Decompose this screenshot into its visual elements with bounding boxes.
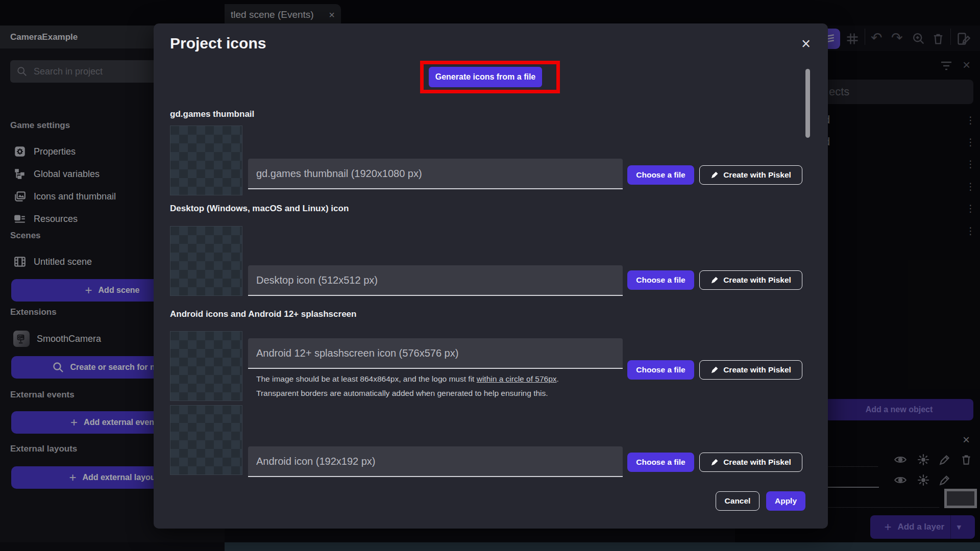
- project-icons-dialog: Project icons × Generate icons from a fi…: [154, 23, 828, 529]
- choose-file-button[interactable]: Choose a file: [627, 453, 694, 472]
- help-text: .: [557, 374, 559, 383]
- help-text-underlined: within a circle of 576px: [477, 374, 557, 383]
- android-splashscreen-field[interactable]: [248, 338, 623, 369]
- create-with-piskel-button[interactable]: Create with Piskel: [699, 270, 802, 290]
- desktop-icon-field[interactable]: [248, 265, 623, 296]
- choose-file-label: Choose a file: [636, 170, 685, 180]
- create-with-piskel-button[interactable]: Create with Piskel: [699, 453, 802, 472]
- generate-icons-label: Generate icons from a file: [435, 72, 536, 82]
- apply-button[interactable]: Apply: [766, 491, 805, 511]
- create-with-piskel-button[interactable]: Create with Piskel: [699, 165, 802, 185]
- choose-file-label: Choose a file: [636, 458, 685, 467]
- pen-icon: [710, 366, 718, 374]
- help-text: The image should be at least 864x864px, …: [256, 374, 477, 383]
- choose-file-button[interactable]: Choose a file: [627, 270, 694, 290]
- gdevelop-app: tled scene (Events) × CameraExample Game…: [0, 0, 980, 551]
- splashscreen-help-line1: The image should be at least 864x864px, …: [256, 374, 559, 384]
- splashscreen-help-line2: Transparent borders are automatically ad…: [256, 389, 548, 398]
- piskel-label: Create with Piskel: [723, 276, 791, 285]
- cancel-label: Cancel: [725, 496, 751, 506]
- close-icon: ×: [801, 35, 811, 53]
- create-with-piskel-button[interactable]: Create with Piskel: [699, 360, 802, 380]
- choose-file-label: Choose a file: [636, 276, 685, 285]
- piskel-label: Create with Piskel: [723, 365, 791, 374]
- cancel-button[interactable]: Cancel: [716, 491, 760, 511]
- generate-icons-button[interactable]: Generate icons from a file: [429, 67, 542, 87]
- thumbnail-preview-checkerboard: [170, 226, 242, 296]
- thumbnail-preview-checkerboard: [170, 331, 242, 401]
- dialog-scrollbar[interactable]: [805, 69, 810, 138]
- gdgames-thumbnail-field[interactable]: [248, 159, 623, 189]
- section-heading-gdgames: gd.games thumbnail: [170, 109, 254, 119]
- choose-file-button[interactable]: Choose a file: [627, 165, 694, 185]
- pen-icon: [710, 171, 718, 179]
- thumbnail-preview-checkerboard: [170, 405, 242, 475]
- apply-label: Apply: [775, 496, 797, 506]
- choose-file-button[interactable]: Choose a file: [627, 360, 694, 380]
- pen-icon: [710, 277, 718, 284]
- section-heading-android: Android icons and Android 12+ splashscre…: [170, 309, 356, 319]
- piskel-label: Create with Piskel: [723, 170, 791, 180]
- dialog-title: Project icons: [170, 35, 266, 52]
- choose-file-label: Choose a file: [636, 365, 685, 374]
- pen-icon: [710, 459, 718, 466]
- dialog-close-button[interactable]: ×: [801, 36, 811, 52]
- android-icon-field[interactable]: [248, 446, 623, 477]
- thumbnail-preview-checkerboard: [170, 126, 242, 195]
- section-heading-desktop: Desktop (Windows, macOS and Linux) icon: [170, 204, 349, 214]
- piskel-label: Create with Piskel: [723, 458, 791, 467]
